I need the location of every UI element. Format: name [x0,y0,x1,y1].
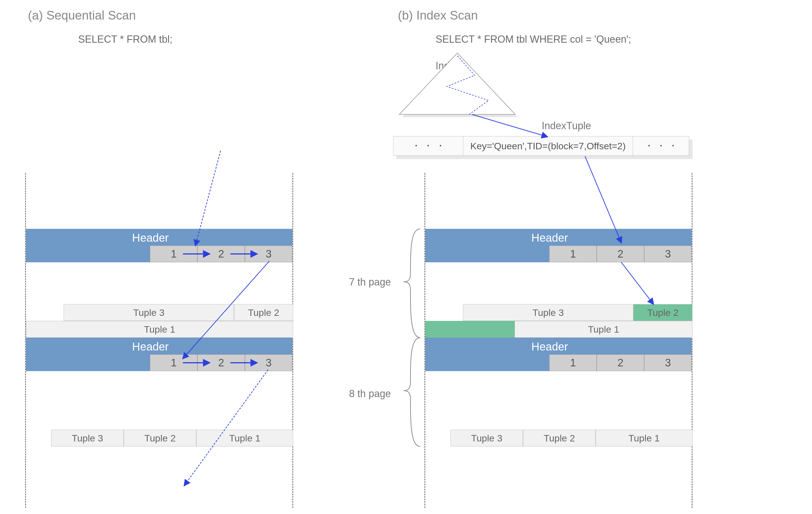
title-b: (b) Index Scan [398,8,478,22]
idx-page8-header-label: Header [531,340,568,353]
seq-page-column: Header 1 2 3 Tuple 3 Tuple 2 Tuple 1 Hea… [25,173,293,508]
idx-page7-tuple2: Tuple 2 [633,304,693,321]
seq-page1-tuple2: Tuple 2 [234,304,293,321]
idx-page8-ptr-3: 3 [644,354,692,371]
seq-page1-ptr-2: 2 [197,246,245,262]
idx-page7-ptr-3: 3 [644,246,692,262]
seq-page2-ptr-2: 2 [197,354,245,371]
seq-page1-tuple3: Tuple 3 [64,304,234,321]
seq-page1-ptr-3: 3 [245,246,292,262]
brace-page8 [404,338,420,447]
page8-label: 8 th page [349,388,391,400]
idx-page7-ptr-1: 1 [549,246,597,262]
seq-page1-tuple1: Tuple 1 [26,321,293,338]
idx-page8-tuple1: Tuple 1 [596,430,693,447]
seq-page2-ptr-3: 3 [245,354,292,371]
idx-page7-green-free [425,321,515,338]
idx-page7-header-label: Header [531,232,568,244]
sql-b: SELECT * FROM tbl WHERE col = 'Queen'; [436,33,631,45]
idx-page8-pointers: 1 2 3 [549,354,692,371]
idx-page8-ptr-1: 1 [549,354,597,371]
idx-page7-tuple1: Tuple 1 [515,321,693,338]
seq-page1-ptr-1: 1 [150,246,197,262]
index-tuple-label: IndexTuple [542,120,591,132]
idx-page8-ptr-2: 2 [597,354,644,371]
title-a: (a) Sequential Scan [28,8,136,22]
idx-page8-tuple2: Tuple 2 [523,430,596,447]
sql-a: SELECT * FROM tbl; [78,33,172,45]
index-tuple-bar: ・ ・ ・ Key='Queen',TID=(block=7,Offset=2)… [393,136,689,156]
idx-page7-ptr-2: 2 [597,246,644,262]
seq-page2-ptr-1: 1 [150,354,197,371]
index-label: Index [436,60,460,72]
idx-page7-tuple3: Tuple 3 [463,304,633,321]
seq-page2-pointers: 1 2 3 [150,354,292,371]
seq-page1-pointers: 1 2 3 [150,246,292,262]
page7-label: 7 th page [349,276,391,288]
brace-page7 [404,229,420,338]
idx-page-column: Header 1 2 3 Tuple 3 Tuple 2 Tuple 1 Hea… [425,173,693,508]
seq-page2-tuple2: Tuple 2 [124,430,196,447]
index-row-left-ellipsis: ・ ・ ・ [394,137,463,155]
seq-page2-tuple3: Tuple 3 [51,430,124,447]
seq-page1-header-label: Header [132,232,169,244]
index-row-right-ellipsis: ・ ・ ・ [633,137,689,155]
idx-page8-tuple3: Tuple 3 [451,430,523,447]
idx-page7-pointers: 1 2 3 [549,246,692,262]
index-row-key-tid: Key='Queen',TID=(block=7,Offset=2) [463,137,633,155]
seq-page2-tuple1: Tuple 1 [196,430,293,447]
arrow-tri-to-indextuple [472,114,547,137]
seq-page2-header-label: Header [132,340,169,353]
